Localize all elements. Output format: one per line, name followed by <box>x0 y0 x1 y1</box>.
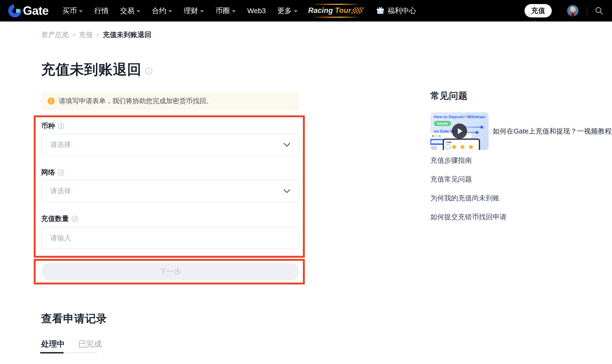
nav-label: 合约 <box>152 6 166 16</box>
nav-divider <box>587 6 587 15</box>
nav-item-trade[interactable]: 交易 <box>120 6 140 16</box>
thumb-title-line1: How to Deposit / Withdraw <box>434 115 485 119</box>
currency-select-placeholder: 请选择 <box>50 140 71 150</box>
tab-completed[interactable]: 已完成 <box>78 339 102 350</box>
breadcrumb-current: 充值未到账退回 <box>103 30 151 40</box>
page-title: 充值未到账退回 <box>41 60 142 79</box>
chevron-down-icon <box>232 10 236 13</box>
rewards-hub-label: 福利中心 <box>388 6 416 16</box>
amount-field-label: 充值数量 <box>41 214 69 223</box>
network-field-label: 网络 <box>41 168 55 177</box>
network-select[interactable]: 请选择 <box>41 180 299 202</box>
deposit-button[interactable]: 充值 <box>525 4 552 17</box>
records-tabs: 处理中 已完成 <box>41 339 102 350</box>
currency-info-icon[interactable]: i <box>58 123 64 129</box>
top-navigation-bar: Gate 买币 行情 交易 合约 理财 币圈 <box>0 0 612 22</box>
chevron-down-icon <box>200 10 204 13</box>
nav-label: Web3 <box>247 7 266 15</box>
title-info-icon[interactable]: i <box>145 68 152 75</box>
records-section-title: 查看申请记录 <box>41 312 107 326</box>
nav-right-cluster: 充值 <box>525 4 604 17</box>
nav-label: 交易 <box>120 6 134 16</box>
network-info-icon[interactable]: i <box>58 169 64 176</box>
chevron-down-icon <box>168 10 172 13</box>
nav-item-web3[interactable]: Web3 <box>247 7 266 15</box>
amount-field-wrap <box>41 227 299 249</box>
racing-tour-text: Racing Tour <box>308 6 351 15</box>
play-icon[interactable] <box>452 123 467 139</box>
tab-processing[interactable]: 处理中 <box>41 339 65 350</box>
gate-logo-text: Gate <box>23 4 49 18</box>
currency-select[interactable]: 请选择 <box>41 134 299 156</box>
nav-item-futures[interactable]: 合约 <box>152 6 172 16</box>
next-step-button[interactable]: 下一步 <box>41 263 299 280</box>
nav-label: 更多 <box>277 6 292 16</box>
nav-label: 理财 <box>184 6 198 16</box>
faq-link-wrong-coin-recovery[interactable]: 如何提交充错币找回申请 <box>430 212 507 222</box>
nav-label: 币圈 <box>215 6 230 16</box>
currency-field-label: 币种 <box>41 121 55 131</box>
video-thumbnail[interactable]: How to Deposit / Withdraw Assets on Gate… <box>430 112 489 150</box>
breadcrumb-separator: › <box>96 30 99 39</box>
nav-label: 行情 <box>94 6 109 16</box>
video-caption[interactable]: 如何在Gate上充值和提现？一视频教程 <box>493 126 612 136</box>
gate-logo[interactable]: Gate <box>8 4 49 18</box>
faq-section-title: 常见问题 <box>430 90 468 102</box>
chevron-down-icon <box>284 143 290 147</box>
checkered-flag-icon <box>351 7 364 14</box>
search-icon[interactable] <box>594 6 604 15</box>
breadcrumb: 资产总览 › 充值 › 充值未到账退回 <box>41 30 151 40</box>
thumb-laptop-mockup: Gate <box>443 139 480 150</box>
chevron-down-icon <box>284 189 290 193</box>
nav-item-more[interactable]: 更多 <box>277 6 298 16</box>
notice-text: 请填写申请表单，我们将协助您完成加密货币找回。 <box>59 96 213 105</box>
chevron-down-icon <box>136 10 140 13</box>
chevron-down-icon <box>294 10 298 13</box>
amount-info-icon[interactable]: i <box>72 216 78 222</box>
nav-item-rewards-hub[interactable]: 福利中心 <box>376 6 416 16</box>
racing-tour-banner[interactable]: Racing Tour <box>308 4 363 17</box>
tabs-underline-track <box>40 352 97 353</box>
notice-banner: ! 请填写申请表单，我们将协助您完成加密货币找回。 <box>41 92 299 110</box>
network-select-placeholder: 请选择 <box>50 186 71 196</box>
user-avatar[interactable] <box>567 5 579 16</box>
breadcrumb-separator: › <box>73 30 75 39</box>
nav-label: 买币 <box>62 6 77 16</box>
gate-logo-icon <box>8 4 22 17</box>
nav-item-markets[interactable]: 行情 <box>94 6 109 16</box>
gift-icon <box>376 6 385 15</box>
faq-link-deposit-guide[interactable]: 充值步骤指南 <box>430 156 507 165</box>
breadcrumb-deposit[interactable]: 充值 <box>79 30 93 40</box>
chevron-down-icon <box>79 10 83 13</box>
faq-link-deposit-not-arrived[interactable]: 为何我的充值尚未到账 <box>430 194 507 203</box>
nav-item-square[interactable]: 币圈 <box>215 6 236 16</box>
faq-video-item[interactable]: How to Deposit / Withdraw Assets on Gate… <box>430 112 612 150</box>
nav-item-buy-crypto[interactable]: 买币 <box>62 6 83 16</box>
faq-link-deposit-faq[interactable]: 充值常见问题 <box>430 175 507 184</box>
warning-icon: ! <box>48 97 55 105</box>
faq-links: 充值步骤指南 充值常见问题 为何我的充值尚未到账 如何提交充错币找回申请 <box>430 156 507 222</box>
page: Gate 买币 行情 交易 合约 理财 币圈 <box>0 0 612 364</box>
main-nav: 买币 行情 交易 合约 理财 币圈 Web3 <box>62 6 298 16</box>
thumb-assets-badge: Assets <box>434 121 451 126</box>
amount-input[interactable] <box>50 234 290 242</box>
active-tab-indicator <box>40 352 64 353</box>
breadcrumb-asset-overview[interactable]: 资产总览 <box>41 30 69 40</box>
nav-item-earn[interactable]: 理财 <box>184 6 204 16</box>
